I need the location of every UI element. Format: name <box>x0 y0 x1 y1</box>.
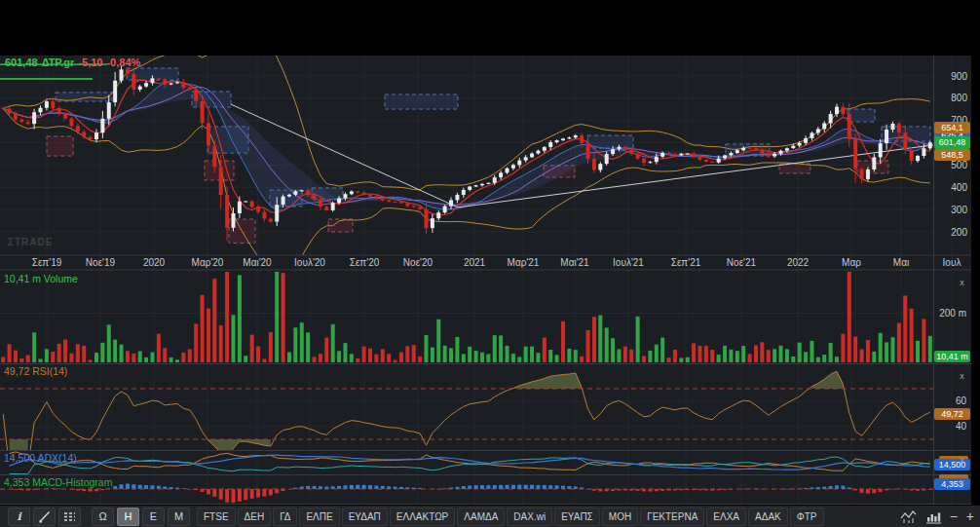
svg-text:Νοε'21: Νοε'21 <box>727 257 757 268</box>
symbol-tab-ΦΤΡ[interactable]: ΦΤΡ <box>790 508 824 526</box>
volume-panel-close-button[interactable]: x <box>956 277 968 289</box>
symbol-tab-ΕΛΛΑΚΤΩΡ[interactable]: ΕΛΛΑΚΤΩΡ <box>390 508 455 526</box>
symbol-tab-ΓΔ[interactable]: ΓΔ <box>273 508 297 526</box>
interval-button-Ε[interactable]: Ε <box>142 508 165 526</box>
symbol-tab-ΕΛΠΕ[interactable]: ΕΛΠΕ <box>299 508 339 526</box>
symbol-tab-ΛΑΜΔΑ[interactable]: ΛΑΜΔΑ <box>457 508 505 526</box>
svg-text:Σεπ'21: Σεπ'21 <box>671 257 701 268</box>
zoom-out-button[interactable]: − <box>950 508 958 526</box>
svg-text:Μαρ'20: Μαρ'20 <box>192 257 224 268</box>
svg-text:Μαρ: Μαρ <box>842 257 861 268</box>
symbol-tab-ΔΕΗ[interactable]: ΔΕΗ <box>238 508 272 526</box>
rsi-value-badge: 49,72 <box>934 408 970 420</box>
svg-text:Σεπ'20: Σεπ'20 <box>350 257 380 268</box>
svg-text:400: 400 <box>951 182 967 193</box>
rsi-panel-close-button[interactable]: x <box>956 370 968 383</box>
svg-text:2020: 2020 <box>143 257 166 268</box>
price-badge-last: 601,48 <box>934 136 970 149</box>
interval-button-Η[interactable]: Η <box>117 508 139 526</box>
info-glyph: i <box>17 510 20 523</box>
indicators-list-button[interactable] <box>58 508 81 526</box>
svg-text:Ιουλ'20: Ιουλ'20 <box>294 257 325 268</box>
svg-text:800: 800 <box>951 93 967 103</box>
svg-text:900: 900 <box>951 71 967 82</box>
volume-histogram-icon[interactable] <box>925 509 941 524</box>
adx-panel-close-button[interactable]: x <box>956 454 968 467</box>
symbol-tab-DAX.wi[interactable]: DAX.wi <box>507 508 552 526</box>
svg-text:Μαι'20: Μαι'20 <box>243 257 272 268</box>
symbol-tab-ΕΥΔΑΠ[interactable]: ΕΥΔΑΠ <box>342 508 388 526</box>
chart-controls-group: − + <box>900 508 974 526</box>
symbol-tabs-group: FTSEΔΕΗΓΔΕΛΠΕΕΥΔΑΠΕΛΛΑΚΤΩΡΛΑΜΔΑDAX.wiΕΥΑ… <box>197 508 826 526</box>
indicator-list-icon <box>62 509 77 523</box>
symbol-tab-ΜΟΗ[interactable]: ΜΟΗ <box>602 508 638 526</box>
svg-text:500: 500 <box>951 160 967 170</box>
zoom-in-button[interactable]: + <box>966 508 974 526</box>
symbol-tab-ΓΕΚΤΕΡΝΑ[interactable]: ΓΕΚΤΕΡΝΑ <box>640 508 704 526</box>
chart-canvas[interactable]: 900800700600500400300200Σεπ'19Νοε'192020… <box>0 0 980 505</box>
svg-text:Μαι'21: Μαι'21 <box>560 257 589 268</box>
svg-text:Ιουλ'21: Ιουλ'21 <box>613 257 644 268</box>
svg-text:Σεπ'19: Σεπ'19 <box>32 257 62 268</box>
svg-text:Νοε'19: Νοε'19 <box>86 257 116 268</box>
draw-trendline-button[interactable] <box>33 508 56 526</box>
interval-buttons-group: ΩΗΕΜ <box>92 508 193 526</box>
chart-type-icon[interactable] <box>900 509 917 524</box>
svg-text:Νοε'20: Νοε'20 <box>403 257 433 268</box>
svg-text:300: 300 <box>951 205 967 215</box>
symbol-tab-ΑΔΑΚ[interactable]: ΑΔΑΚ <box>748 508 788 526</box>
price-badge-band-lower: 548,5 <box>934 149 970 161</box>
bottom-toolbar: i ΩΗΕΜ FTSEΔΕΗΓΔΕΛΠΕΕΥΔΑΠΕΛΛΑΚΤΩΡΛΑΜΔΑDA… <box>0 505 980 527</box>
svg-text:2022: 2022 <box>787 257 810 268</box>
svg-text:Μαι: Μαι <box>893 257 909 268</box>
pencil-icon <box>38 509 52 523</box>
symbol-tab-FTSE[interactable]: FTSE <box>197 508 236 526</box>
interval-button-Μ[interactable]: Μ <box>168 508 190 526</box>
svg-text:Ιουλ: Ιουλ <box>943 257 961 268</box>
symbol-tab-ΕΛΧΑ[interactable]: ΕΛΧΑ <box>706 508 746 526</box>
price-badge-band-upper: 654,1 <box>934 122 970 133</box>
symbol-tab-ΕΥΑΠΣ[interactable]: ΕΥΑΠΣ <box>554 508 600 526</box>
trading-app-window: 900800700600500400300200Σεπ'19Νοε'192020… <box>0 0 980 527</box>
info-button[interactable]: i <box>8 508 30 526</box>
svg-text:200: 200 <box>951 227 967 238</box>
macd-panel-close-button[interactable]: x <box>956 476 968 489</box>
volume-value-badge: 10,41 m <box>934 351 970 362</box>
interval-button-Ω[interactable]: Ω <box>92 508 114 526</box>
svg-text:2021: 2021 <box>464 257 486 268</box>
svg-text:Μαρ'21: Μαρ'21 <box>508 257 540 268</box>
